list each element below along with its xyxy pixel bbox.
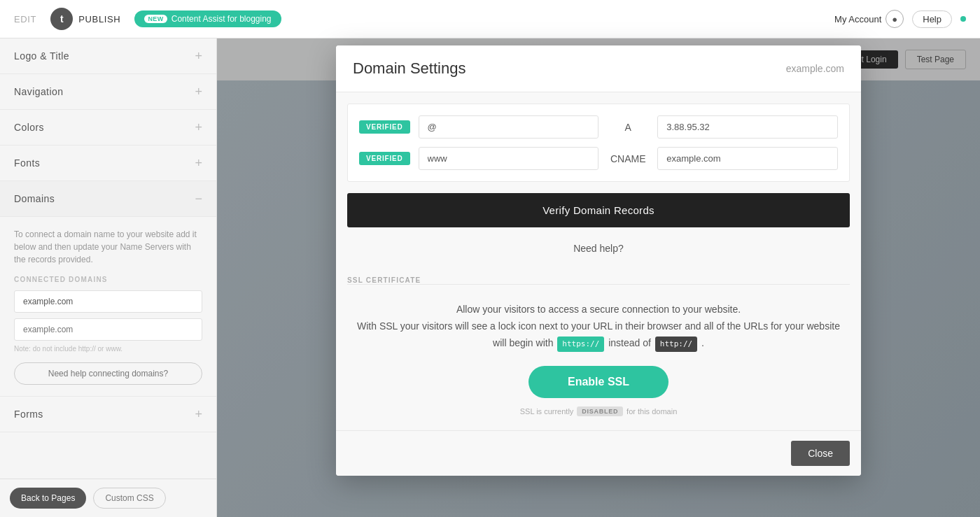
edit-label[interactable]: EDIT bbox=[14, 14, 36, 24]
dns-type-1: A bbox=[607, 122, 649, 133]
content-assist-button[interactable]: NEW Content Assist for blogging bbox=[134, 10, 281, 27]
dns-value-2[interactable] bbox=[657, 147, 838, 170]
sidebar-icon-colors: + bbox=[195, 121, 202, 134]
back-to-pages-button[interactable]: Back to Pages bbox=[10, 488, 86, 509]
ssl-text-part3: instead of bbox=[608, 337, 651, 348]
ssl-section-label: SSL CERTIFICATE bbox=[336, 267, 861, 284]
ssl-https-code: https:// bbox=[557, 337, 604, 353]
modal-footer: Close bbox=[336, 430, 861, 476]
sidebar-item-navigation[interactable]: Navigation + bbox=[0, 74, 216, 110]
domain-settings-modal: Domain Settings example.com VERIFIED A V… bbox=[336, 45, 861, 476]
ssl-wrapper: SSL CERTIFICATE Allow your visitors to a… bbox=[336, 267, 861, 430]
sidebar-label-domains: Domains bbox=[14, 193, 55, 204]
sidebar-icon-navigation: + bbox=[195, 85, 202, 98]
verify-domain-button[interactable]: Verify Domain Records bbox=[347, 193, 850, 227]
sidebar-icon-logo-title: + bbox=[195, 50, 202, 62]
dns-value-1[interactable] bbox=[657, 115, 838, 139]
verified-badge-1: VERIFIED bbox=[359, 120, 410, 134]
dns-row-cname: VERIFIED CNAME bbox=[359, 147, 838, 170]
avatar: t bbox=[50, 8, 73, 30]
ssl-status: SSL is currently DISABLED for this domai… bbox=[357, 406, 840, 416]
bottom-bar: Back to Pages Custom CSS bbox=[0, 479, 217, 517]
modal-overlay: Domain Settings example.com VERIFIED A V… bbox=[217, 38, 980, 517]
ssl-text-1: Allow your visitors to access a secure c… bbox=[357, 302, 840, 318]
sidebar-label-navigation: Navigation bbox=[14, 86, 63, 97]
sidebar-label-forms: Forms bbox=[14, 409, 43, 420]
ssl-content: Allow your visitors to access a secure c… bbox=[336, 285, 861, 430]
dns-host-1[interactable] bbox=[419, 115, 599, 139]
sidebar-label-logo-title: Logo & Title bbox=[14, 50, 69, 62]
enable-ssl-button[interactable]: Enable SSL bbox=[528, 366, 668, 398]
modal-title: Domain Settings bbox=[353, 59, 465, 78]
dns-host-2[interactable] bbox=[419, 147, 599, 170]
ssl-http-code: http:// bbox=[655, 337, 697, 353]
ssl-status-text2: for this domain bbox=[626, 407, 677, 416]
domains-description: To connect a domain name to your website… bbox=[14, 228, 202, 266]
ssl-text-period: . bbox=[701, 337, 704, 348]
ssl-status-text: SSL is currently bbox=[520, 407, 574, 416]
sidebar-item-fonts[interactable]: Fonts + bbox=[0, 146, 216, 181]
publish-label[interactable]: PUBLISH bbox=[78, 14, 120, 24]
modal-domain: example.com bbox=[786, 63, 844, 74]
dns-type-2: CNAME bbox=[607, 153, 649, 164]
sidebar: Logo & Title + Navigation + Colors + Fon… bbox=[0, 38, 217, 517]
connected-domains-label: CONNECTED DOMAINS bbox=[14, 276, 202, 283]
top-bar: EDIT t PUBLISH NEW Content Assist for bl… bbox=[0, 0, 980, 38]
sidebar-icon-domains: − bbox=[195, 192, 202, 205]
help-domains-button[interactable]: Need help connecting domains? bbox=[14, 362, 202, 385]
custom-css-button[interactable]: Custom CSS bbox=[93, 488, 165, 509]
sidebar-item-domains[interactable]: Domains − bbox=[0, 181, 216, 217]
sidebar-icon-forms: + bbox=[195, 408, 202, 420]
sidebar-item-logo-title[interactable]: Logo & Title + bbox=[0, 38, 216, 74]
account-label: My Account bbox=[834, 14, 881, 24]
modal-header: Domain Settings example.com bbox=[336, 45, 861, 92]
sidebar-icon-fonts: + bbox=[195, 157, 202, 169]
ssl-text-2: With SSL your visitors will see a lock i… bbox=[357, 318, 840, 352]
domain-input[interactable] bbox=[14, 318, 202, 341]
account-section[interactable]: My Account ● bbox=[834, 10, 904, 28]
account-icon: ● bbox=[886, 10, 904, 28]
verified-badge-2: VERIFIED bbox=[359, 152, 410, 165]
sidebar-item-colors[interactable]: Colors + bbox=[0, 110, 216, 146]
sidebar-label-colors: Colors bbox=[14, 122, 44, 133]
notification-dot bbox=[960, 16, 966, 22]
new-badge: NEW bbox=[144, 15, 167, 23]
close-button[interactable]: Close bbox=[791, 441, 850, 466]
domain-note: Note: do not include http:// or www. bbox=[14, 345, 202, 353]
dns-records-section: VERIFIED A VERIFIED CNAME bbox=[347, 104, 850, 182]
sidebar-label-fonts: Fonts bbox=[14, 157, 40, 169]
connected-domain-badge: example.com bbox=[14, 290, 202, 313]
sidebar-item-forms[interactable]: Forms + bbox=[0, 396, 216, 432]
dns-row-a: VERIFIED A bbox=[359, 115, 838, 139]
assist-label: Content Assist for blogging bbox=[172, 14, 272, 24]
need-help-link[interactable]: Need help? bbox=[336, 236, 861, 261]
verify-button-wrap: Verify Domain Records bbox=[336, 193, 861, 236]
top-bar-right: My Account ● Help bbox=[834, 10, 966, 28]
help-button[interactable]: Help bbox=[912, 10, 952, 28]
domains-section: To connect a domain name to your website… bbox=[0, 217, 216, 396]
ssl-disabled-badge: DISABLED bbox=[577, 406, 623, 416]
